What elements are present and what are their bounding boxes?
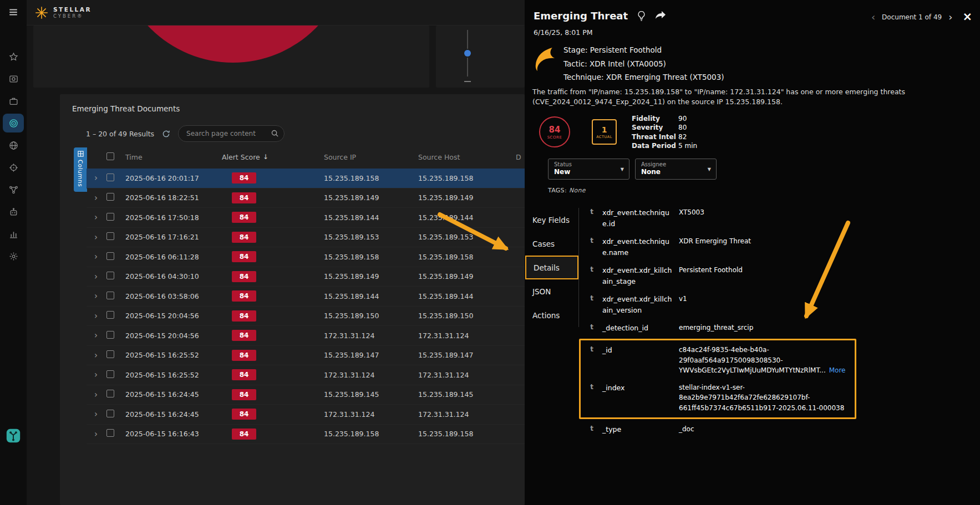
row-checkbox[interactable] — [106, 429, 114, 437]
dashboards-icon[interactable] — [0, 68, 27, 90]
table-row[interactable]: › 2025-06-15 16:25:52 84 15.235.189.147 … — [87, 346, 525, 366]
row-checkbox[interactable] — [106, 272, 114, 279]
row-checkbox[interactable] — [106, 174, 114, 181]
status-select[interactable]: Status New ▼ — [548, 159, 629, 180]
alert-score-badge[interactable]: 84 — [232, 290, 256, 302]
alert-score-badge[interactable]: 84 — [232, 330, 256, 341]
row-expand-chevron[interactable]: › — [93, 212, 106, 222]
next-document-icon[interactable]: › — [948, 12, 952, 22]
refresh-icon[interactable] — [162, 130, 170, 138]
correlations-network-icon[interactable] — [0, 178, 27, 201]
assignee-select[interactable]: Assignee None ▼ — [635, 159, 717, 180]
row-checkbox[interactable] — [106, 350, 114, 358]
slider-handle[interactable] — [464, 50, 471, 57]
row-expand-chevron[interactable]: › — [93, 272, 106, 282]
field-key[interactable]: xdr_event.technique.id — [602, 207, 673, 229]
header-clipped[interactable]: D — [497, 153, 525, 161]
alert-score-badge[interactable]: 84 — [232, 429, 256, 440]
alert-score-badge[interactable]: 84 — [232, 232, 256, 243]
field-key[interactable]: xdr_event.technique.name — [602, 236, 673, 258]
prev-document-icon[interactable]: ‹ — [871, 12, 875, 22]
table-row[interactable]: › 2025-06-15 16:24:45 84 15.235.189.145 … — [87, 385, 525, 405]
table-row[interactable]: › 2025-06-16 17:50:18 84 15.235.189.144 … — [87, 208, 525, 228]
alert-score-badge[interactable]: 84 — [232, 350, 256, 361]
row-checkbox[interactable] — [106, 390, 114, 397]
assistant-icon[interactable] — [6, 429, 21, 445]
row-checkbox[interactable] — [106, 193, 114, 201]
row-expand-chevron[interactable]: › — [93, 232, 106, 242]
table-row[interactable]: › 2025-06-15 16:25:52 84 172.31.31.124 1… — [87, 365, 525, 385]
row-expand-chevron[interactable]: › — [93, 193, 106, 203]
detections-radar-icon[interactable] — [3, 114, 24, 132]
field-key[interactable]: _id — [602, 345, 673, 356]
detail-tab-details[interactable]: Details — [525, 256, 578, 279]
row-checkbox[interactable] — [106, 331, 114, 339]
more-link[interactable]: More — [829, 366, 846, 374]
field-key[interactable]: _type — [602, 424, 673, 435]
detail-tab-cases[interactable]: Cases — [525, 232, 578, 256]
field-key[interactable]: xdr_event.xdr_killchain_stage — [602, 265, 673, 287]
row-checkbox[interactable] — [106, 410, 114, 417]
columns-button[interactable]: Columns — [74, 147, 87, 192]
share-icon[interactable] — [655, 11, 666, 21]
reports-chart-icon[interactable] — [0, 223, 27, 245]
row-expand-chevron[interactable]: › — [93, 350, 106, 360]
header-alert-score[interactable]: Alert Score↓ — [222, 153, 319, 161]
close-icon[interactable]: × — [962, 11, 972, 23]
table-row[interactable]: › 2025-06-15 20:04:56 84 172.31.31.124 1… — [87, 326, 525, 346]
cases-briefcase-icon[interactable] — [0, 90, 27, 112]
table-row[interactable]: › 2025-06-16 03:58:06 84 15.235.189.144 … — [87, 287, 525, 307]
alert-score-badge[interactable]: 84 — [232, 172, 256, 183]
field-key[interactable]: xdr_event.xdr_killchain_version — [602, 294, 673, 316]
row-checkbox[interactable] — [106, 311, 114, 319]
search-input[interactable] — [178, 125, 285, 142]
row-expand-chevron[interactable]: › — [93, 173, 106, 183]
pie-chart-fragment[interactable] — [116, 25, 349, 63]
detail-tab-key-fields[interactable]: Key Fields — [525, 208, 578, 232]
header-time[interactable]: Time — [125, 153, 222, 161]
settings-gear-icon[interactable] — [0, 245, 27, 267]
row-expand-chevron[interactable]: › — [93, 291, 106, 301]
search-icon[interactable] — [271, 129, 279, 140]
table-row[interactable]: › 2025-06-16 17:16:21 84 15.235.189.153 … — [87, 228, 525, 248]
alert-score-badge[interactable]: 84 — [232, 271, 256, 282]
header-source-host[interactable]: Source Host — [414, 153, 497, 161]
alert-score-badge[interactable]: 84 — [232, 212, 256, 223]
row-checkbox[interactable] — [106, 232, 114, 240]
table-row[interactable]: › 2025-06-16 06:11:28 84 15.235.189.158 … — [87, 247, 525, 267]
alert-score-badge[interactable]: 84 — [232, 369, 256, 380]
header-source-ip[interactable]: Source IP — [319, 153, 414, 161]
alert-score-badge[interactable]: 84 — [232, 310, 256, 322]
row-expand-chevron[interactable]: › — [93, 409, 106, 419]
alert-score-badge[interactable]: 84 — [232, 251, 256, 262]
table-row[interactable]: › 2025-06-15 16:24:45 84 172.31.31.124 1… — [87, 405, 525, 425]
row-expand-chevron[interactable]: › — [93, 311, 106, 321]
select-all-checkbox[interactable] — [106, 152, 114, 160]
lightbulb-icon[interactable] — [637, 11, 646, 21]
table-row[interactable]: › 2025-06-15 16:16:43 84 15.235.189.158 … — [87, 425, 525, 445]
alert-score-badge[interactable]: 84 — [232, 409, 256, 420]
field-key[interactable]: _index — [602, 382, 673, 394]
threat-hunting-globe-icon[interactable] — [0, 134, 27, 156]
favorites-star-icon[interactable] — [0, 45, 27, 68]
menu-icon[interactable] — [0, 0, 27, 24]
stellar-cyber-logo[interactable]: STELLAR CYBER® — [34, 6, 92, 20]
table-row[interactable]: › 2025-06-15 20:04:56 84 15.235.189.150 … — [87, 307, 525, 327]
row-expand-chevron[interactable]: › — [93, 252, 106, 262]
field-key[interactable]: _detection_id — [602, 323, 673, 334]
alert-score-badge[interactable]: 84 — [232, 192, 256, 203]
row-expand-chevron[interactable]: › — [93, 370, 106, 380]
row-expand-chevron[interactable]: › — [93, 390, 106, 400]
detail-tab-actions[interactable]: Actions — [525, 303, 578, 327]
alert-score-badge[interactable]: 84 — [232, 389, 256, 400]
table-row[interactable]: › 2025-06-16 20:01:17 84 15.235.189.158 … — [87, 169, 525, 188]
automation-robot-icon[interactable] — [0, 201, 27, 223]
row-checkbox[interactable] — [106, 370, 114, 378]
row-expand-chevron[interactable]: › — [93, 429, 106, 439]
table-row[interactable]: › 2025-06-16 18:22:51 84 15.235.189.149 … — [87, 188, 525, 208]
assets-target-icon[interactable] — [0, 156, 27, 178]
table-row[interactable]: › 2025-06-16 04:30:10 84 15.235.189.149 … — [87, 267, 525, 287]
row-checkbox[interactable] — [106, 292, 114, 299]
row-expand-chevron[interactable]: › — [93, 330, 106, 340]
detail-tab-json[interactable]: JSON — [525, 279, 578, 303]
